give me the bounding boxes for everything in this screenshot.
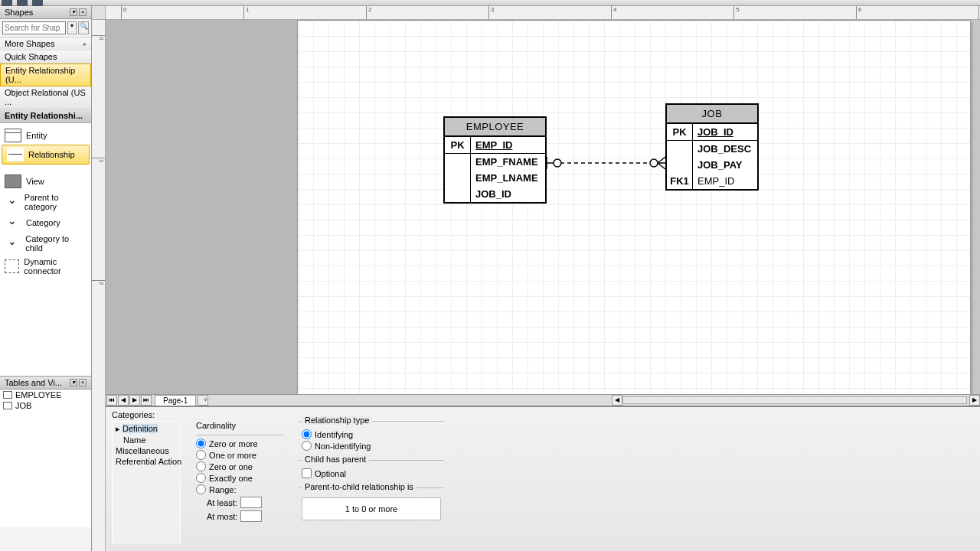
page-tabs-bar: ⏮ ◀ ▶ ⏭ Page-1 ✧ ◀▶ xyxy=(106,394,980,406)
child-optional-checkbox[interactable]: Optional xyxy=(302,468,441,478)
panel-pin-icon[interactable]: ▾ xyxy=(70,8,77,16)
entity-icon xyxy=(5,129,21,142)
entity-field: EMP_LNAME xyxy=(471,170,545,186)
stencil-quick-shapes[interactable]: Quick Shapes xyxy=(0,51,91,64)
entity-title: EMPLOYEE xyxy=(445,118,545,137)
tables-panel: Tables and Vi... ▾ × EMPLOYEE JOB xyxy=(0,376,91,527)
shape-item-category-to-child[interactable]: Category to child xyxy=(0,232,91,255)
cardinality-one-or-more[interactable]: One or more xyxy=(196,450,283,460)
tree-item[interactable]: Referential Action xyxy=(116,456,177,467)
page-tab[interactable]: Page-1 xyxy=(155,395,196,406)
entity-field: EMP_FNAME xyxy=(471,154,545,170)
pk-label: PK xyxy=(445,137,471,153)
tables-panel-title: Tables and Vi... xyxy=(5,378,62,387)
svg-line-5 xyxy=(658,157,665,163)
titlebar-strip xyxy=(0,0,980,6)
shape-items-list: Entity Relationship View Parent to categ… xyxy=(0,123,91,376)
table-icon xyxy=(3,391,12,399)
shape-item-dynamic-connector[interactable]: Dynamic connector xyxy=(0,255,91,278)
parent-to-child-group: Parent-to-child relationship is 1 to 0 o… xyxy=(299,487,444,523)
table-item-job[interactable]: JOB xyxy=(0,400,91,411)
shape-item-parent-to-category[interactable]: Parent to category xyxy=(0,191,91,214)
dynamic-connector-icon xyxy=(5,259,19,273)
active-stencil-title: Entity Relationshi... xyxy=(0,109,91,123)
tab-nav-next[interactable]: ▶ xyxy=(129,395,140,406)
relationship-icon xyxy=(7,148,24,161)
shape-search-bar: ▾ 🔍 xyxy=(0,19,91,37)
shapes-panel-title: Shapes xyxy=(5,8,33,17)
cardinality-group: Cardinality Zero or more One or more Zer… xyxy=(190,421,289,543)
tables-panel-header: Tables and Vi... ▾ × xyxy=(0,377,91,390)
stencil-list: More Shapes ▸ Quick Shapes Entity Relati… xyxy=(0,37,91,109)
entity-field: EMP_ID xyxy=(693,173,757,189)
entity-job[interactable]: JOB PK JOB_ID JOB_DESC JOB_PAY FK1EMP_ID xyxy=(665,103,759,191)
panel-close-icon[interactable]: × xyxy=(79,8,87,16)
cardinality-zero-or-more[interactable]: Zero or more xyxy=(196,439,283,448)
tree-item[interactable]: Miscellaneous xyxy=(116,445,177,456)
range-at-least-input[interactable] xyxy=(240,497,262,508)
fk-label: FK1 xyxy=(667,173,693,189)
shape-search-dropdown[interactable]: ▾ xyxy=(67,21,77,34)
horizontal-scrollbar[interactable]: ◀▶ xyxy=(208,395,980,406)
range-at-most-input[interactable] xyxy=(240,510,262,522)
entity-field: JOB_ID xyxy=(471,186,545,202)
entity-title: JOB xyxy=(667,105,757,124)
canvas-viewport[interactable]: EMPLOYEE PK EMP_ID EMP_FNAME EMP_LNAME J… xyxy=(106,20,980,394)
category-to-child-icon xyxy=(5,236,21,250)
cardinality-legend: Cardinality xyxy=(193,421,239,430)
shapes-panel: Shapes ▾ × ▾ 🔍 More Shapes ▸ Quick Shape… xyxy=(0,6,92,551)
tables-list: EMPLOYEE JOB xyxy=(0,390,91,527)
shape-search-go-icon[interactable]: 🔍 xyxy=(78,21,89,34)
stencil-entity-relationship[interactable]: Entity Relationship (U... xyxy=(0,64,91,86)
shape-item-relationship[interactable]: Relationship xyxy=(2,145,90,165)
stencil-more-shapes[interactable]: More Shapes ▸ xyxy=(0,37,91,51)
tree-item[interactable]: Name xyxy=(116,435,177,445)
pk-field: JOB_ID xyxy=(693,124,757,140)
svg-point-3 xyxy=(554,159,561,167)
shape-item-category[interactable]: Category xyxy=(0,214,91,232)
cardinality-exactly-one[interactable]: Exactly one xyxy=(196,473,283,483)
view-icon xyxy=(5,174,21,188)
drawing-area: 0 1 2 3 4 5 6 7 0 1 2 EMPLOYEE PK EMP_ID xyxy=(92,6,980,551)
pk-label: PK xyxy=(667,124,693,140)
ruler-vertical: 0 1 2 xyxy=(92,20,106,551)
ruler-horizontal: 0 1 2 3 4 5 6 7 xyxy=(106,6,980,20)
reltype-non-identifying[interactable]: Non-identifying xyxy=(302,441,441,451)
entity-field: JOB_PAY xyxy=(693,157,757,173)
parent-to-category-icon xyxy=(5,195,20,209)
categories-label: Categories: xyxy=(112,410,974,419)
panel-close-icon[interactable]: × xyxy=(79,379,87,386)
shape-item-entity[interactable]: Entity xyxy=(0,126,91,145)
child-has-parent-group: Child has parent Optional xyxy=(299,460,444,483)
cardinality-zero-or-one[interactable]: Zero or one xyxy=(196,461,283,471)
category-icon xyxy=(5,216,21,230)
properties-panel: Categories: ▸ Definition Name Miscellane… xyxy=(92,406,980,551)
panel-pin-icon[interactable]: ▾ xyxy=(70,379,77,386)
ruler-corner xyxy=(92,6,106,20)
entity-employee[interactable]: EMPLOYEE PK EMP_ID EMP_FNAME EMP_LNAME J… xyxy=(443,116,547,204)
tab-nav-prev[interactable]: ◀ xyxy=(118,395,129,406)
table-icon xyxy=(3,402,12,409)
shape-search-input[interactable] xyxy=(2,21,66,34)
relationship-connector[interactable] xyxy=(547,157,665,169)
relationship-type-group: Relationship type Identifying Non-identi… xyxy=(299,421,444,455)
pk-field: EMP_ID xyxy=(471,137,545,153)
entity-field: JOB_DESC xyxy=(693,141,757,157)
reltype-identifying[interactable]: Identifying xyxy=(302,429,441,439)
table-item-employee[interactable]: EMPLOYEE xyxy=(0,390,91,400)
chevron-right-icon: ▸ xyxy=(83,41,87,47)
shapes-panel-header: Shapes ▾ × xyxy=(0,6,91,19)
svg-point-4 xyxy=(650,159,658,167)
tab-nav-first[interactable]: ⏮ xyxy=(106,395,117,406)
stencil-object-relational[interactable]: Object Relational (US ... xyxy=(0,86,91,109)
shape-item-view[interactable]: View xyxy=(0,172,91,191)
cardinality-range[interactable]: Range: xyxy=(196,484,283,494)
tree-item[interactable]: Definition xyxy=(122,424,158,433)
categories-tree[interactable]: ▸ Definition Name Miscellaneous Referent… xyxy=(112,421,181,543)
drawing-page[interactable]: EMPLOYEE PK EMP_ID EMP_FNAME EMP_LNAME J… xyxy=(297,20,971,394)
add-page-tab[interactable]: ✧ xyxy=(198,395,208,406)
parent-to-child-value: 1 to 0 or more xyxy=(302,497,441,520)
tab-nav-last[interactable]: ⏭ xyxy=(141,395,152,406)
svg-line-7 xyxy=(658,163,665,169)
